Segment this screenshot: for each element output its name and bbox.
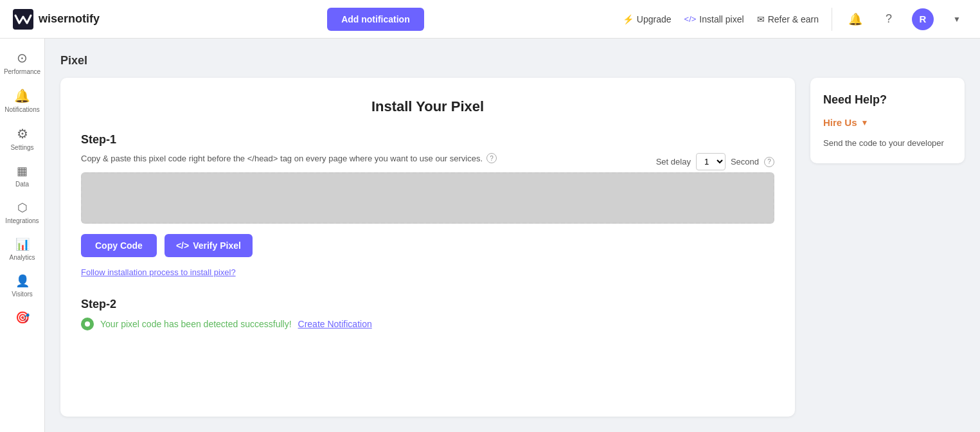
pixel-success-message: Your pixel code has been detected succes… [100,319,292,329]
svg-rect-0 [13,9,33,30]
add-notification-button[interactable]: Add notification [327,8,424,31]
step2-section: Step-2 Your pixel code has been detected… [81,298,774,330]
delay-select[interactable]: 1 2 3 5 [696,153,726,170]
card-heading: Install Your Pixel [81,98,774,115]
data-icon: ▦ [17,164,28,178]
nav-divider [832,8,832,31]
sidebar-label-integrations: Integrations [5,217,39,224]
logo-area: wisernotify [13,9,129,30]
second-label: Second [731,157,759,166]
notifications-bell-icon[interactable]: 🔔 [845,9,866,30]
top-navigation: wisernotify Add notification ⚡ Upgrade <… [0,0,980,39]
sidebar: ⊙ Performance 🔔 Notifications ⚙ Settings… [0,39,45,432]
content-wrapper: Install Your Pixel Step-1 Copy & paste t… [60,78,965,417]
sidebar-label-analytics: Analytics [9,254,35,261]
set-delay-label: Set delay [656,157,691,166]
analytics-icon: 📊 [15,237,30,251]
action-buttons-row: Copy Code </> Verify Pixel [81,234,774,257]
sidebar-item-notifications[interactable]: 🔔 Notifications [2,83,43,118]
gift-icon: ✉ [757,14,765,24]
copy-code-button[interactable]: Copy Code [81,234,157,257]
dropdown-chevron-icon[interactable]: ▼ [947,9,967,30]
sidebar-item-data[interactable]: ▦ Data [2,159,43,193]
sidebar-item-goals[interactable]: 🎯 [2,305,43,330]
sidebar-item-settings[interactable]: ⚙ Settings [2,121,43,156]
upgrade-link[interactable]: ⚡ Upgrade [623,14,672,24]
lightning-icon: ⚡ [623,14,634,24]
sidebar-item-visitors[interactable]: 👤 Visitors [2,269,43,303]
integrations-icon: ⬡ [17,201,28,215]
nav-center: Add notification [129,8,623,31]
visitors-icon: 👤 [15,274,30,288]
sidebar-item-integrations[interactable]: ⬡ Integrations [2,195,43,230]
logo-text: wisernotify [39,12,100,26]
step2-heading: Step-2 [81,298,774,311]
hire-us-label: Hire Us [823,117,857,128]
step1-description-area: Copy & paste this pixel code right befor… [81,153,656,172]
performance-icon: ⊙ [17,50,28,66]
pixel-success-row: Your pixel code has been detected succes… [81,318,774,330]
code-brackets-icon: </> [176,240,189,251]
hire-us-chevron-icon: ▼ [861,118,869,127]
avatar[interactable]: R [912,8,934,30]
settings-icon: ⚙ [17,126,28,141]
verify-pixel-button[interactable]: </> Verify Pixel [165,234,253,257]
right-panel: Need Help? Hire Us ▼ Send the code to yo… [810,78,965,163]
nav-right: ⚡ Upgrade </> Install pixel ✉ Refer & ea… [623,8,967,31]
delay-info-icon[interactable]: ? [764,157,774,167]
step1-section: Step-1 Copy & paste this pixel code righ… [81,133,774,292]
goals-icon: 🎯 [15,310,30,325]
success-indicator-icon [81,318,94,330]
sidebar-label-visitors: Visitors [12,291,33,298]
step1-heading: Step-1 [81,133,774,147]
send-code-text: Send the code to your developer [823,138,952,148]
step1-description: Copy & paste this pixel code right befor… [81,153,656,163]
create-notification-link[interactable]: Create Notification [298,319,372,329]
sidebar-label-data: Data [15,181,29,188]
notifications-icon: 🔔 [14,88,30,104]
pixel-code-box [81,172,774,224]
main-card: Install Your Pixel Step-1 Copy & paste t… [60,78,795,417]
step1-info-icon[interactable]: ? [486,153,497,163]
wisernotify-logo-icon [13,9,33,30]
set-delay-area: Set delay 1 2 3 5 Second ? [656,153,774,170]
sidebar-item-performance[interactable]: ⊙ Performance [2,45,43,80]
right-panel-title: Need Help? [823,93,952,107]
main-content: Pixel Install Your Pixel Step-1 Copy & p… [45,39,980,432]
code-icon: </> [684,14,697,24]
step1-header: Copy & paste this pixel code right befor… [81,153,774,172]
refer-earn-link[interactable]: ✉ Refer & earn [757,14,819,24]
help-icon[interactable]: ? [878,9,899,30]
hire-us-button[interactable]: Hire Us ▼ [823,117,952,128]
page-title: Pixel [60,54,965,68]
sidebar-item-analytics[interactable]: 📊 Analytics [2,232,43,266]
follow-installation-link[interactable]: Follow installation process to install p… [81,267,236,277]
install-pixel-link[interactable]: </> Install pixel [684,14,744,24]
sidebar-label-notifications: Notifications [4,106,39,113]
sidebar-label-settings: Settings [10,144,33,151]
sidebar-label-performance: Performance [4,68,40,75]
